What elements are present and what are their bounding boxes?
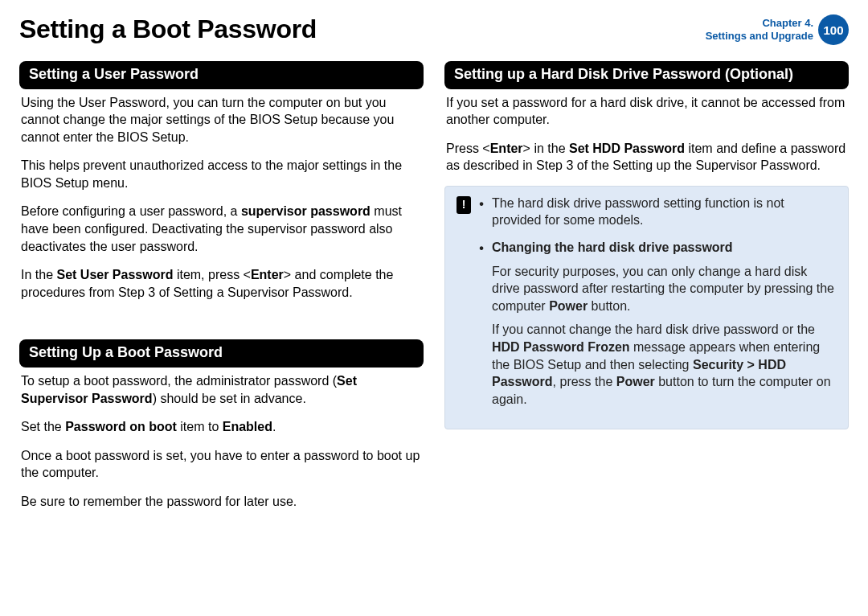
page-title: Setting a Boot Password [19, 14, 317, 44]
section-heading-boot-password: Setting Up a Boot Password [19, 339, 424, 368]
chapter-line1: Chapter 4. [762, 17, 813, 29]
text-run: To setup a boot password, the administra… [21, 374, 337, 388]
right-column: Setting up a Hard Disk Drive Password (O… [444, 61, 849, 511]
text-bold: Enter [251, 268, 284, 281]
body-text: Press <Enter> in the Set HDD Password it… [446, 140, 847, 175]
text-run: item to [177, 420, 223, 433]
text-run: > in the [523, 142, 569, 155]
body-text: Once a boot password is set, you have to… [21, 447, 422, 482]
chapter-line2: Settings and Upgrade [706, 30, 813, 42]
text-run: button. [588, 299, 630, 313]
note-text: If you cannot change the hard disk drive… [492, 321, 837, 408]
section-heading-user-password: Setting a User Password [19, 61, 424, 89]
note-body: Changing the hard disk drive password Fo… [492, 239, 837, 414]
body-text: This helps prevent unauthorized access t… [21, 157, 422, 191]
chapter-block: Chapter 4. Settings and Upgrade 100 [706, 14, 849, 45]
note-box: ! • The hard disk drive password setting… [444, 186, 849, 430]
body-text: Set the Password on boot item to Enabled… [21, 418, 422, 436]
note-text: For security purposes, you can only chan… [492, 263, 837, 315]
body-text: In the Set User Password item, press <En… [21, 266, 422, 301]
content-columns: Setting a User Password Using the User P… [19, 61, 849, 511]
text-run: , press the [553, 375, 616, 388]
text-bold: Set User Password [56, 268, 173, 281]
text-bold: Password on boot [65, 420, 177, 433]
body-text: Using the User Password, you can turn th… [21, 94, 422, 146]
section-heading-hdd-password: Setting up a Hard Disk Drive Password (O… [444, 61, 849, 89]
text-bold: Set HDD Password [569, 142, 685, 155]
body-text: To setup a boot password, the administra… [21, 372, 422, 407]
note-bullet: • Changing the hard disk drive password … [477, 239, 837, 414]
text-run: Press < [446, 142, 490, 155]
body-text: Before configuring a user password, a su… [21, 203, 422, 255]
note-subheading: Changing the hard disk drive password [492, 239, 837, 257]
body-text: If you set a password for a hard disk dr… [446, 94, 847, 129]
text-run: If you cannot change the hard disk drive… [492, 322, 815, 336]
text-run: ) should be set in advance. [153, 392, 306, 405]
text-run: For security purposes, you can only chan… [492, 265, 834, 313]
page-number-badge: 100 [818, 14, 849, 45]
text-run: item, press < [173, 268, 250, 281]
text-bold: Power [616, 375, 655, 388]
alert-icon: ! [457, 196, 471, 214]
text-bold: Enter [490, 142, 523, 155]
note-text: The hard disk drive password setting fun… [492, 195, 837, 229]
text-bold: Enabled [223, 420, 272, 433]
note-bullet: ! • The hard disk drive password setting… [457, 195, 837, 229]
text-bold: supervisor password [241, 204, 371, 218]
text-bold: Power [549, 299, 588, 313]
text-run: . [272, 420, 276, 433]
bullet-icon: • [477, 195, 485, 213]
chapter-label: Chapter 4. Settings and Upgrade [706, 17, 818, 42]
body-text: Be sure to remember the password for lat… [21, 493, 422, 511]
text-run: In the [21, 268, 56, 281]
document-page: Setting a Boot Password Chapter 4. Setti… [0, 0, 868, 616]
text-run: Before configuring a user password, a [21, 204, 241, 218]
spacer [19, 312, 424, 339]
text-bold: HDD Password Frozen [492, 340, 630, 354]
bullet-icon: • [477, 240, 485, 257]
text-run: Set the [21, 420, 65, 433]
left-column: Setting a User Password Using the User P… [19, 61, 424, 511]
page-header: Setting a Boot Password Chapter 4. Setti… [19, 14, 849, 45]
